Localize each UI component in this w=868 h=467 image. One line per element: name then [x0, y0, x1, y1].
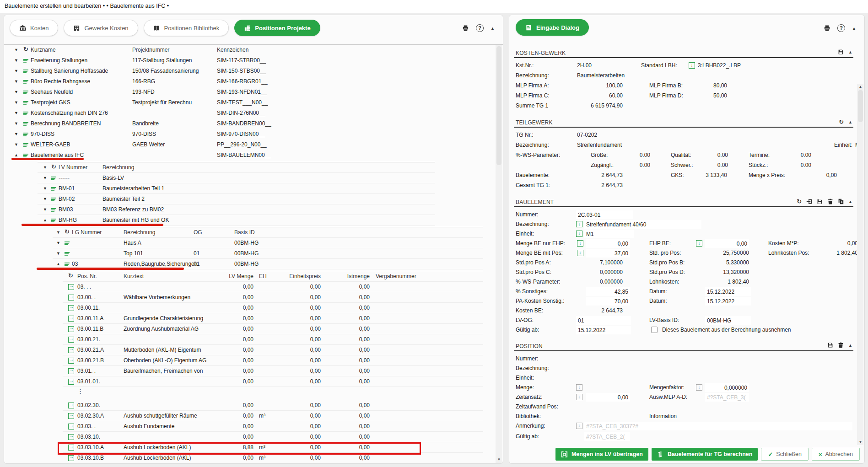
be-einheit-input[interactable] — [584, 230, 634, 238]
sonstiges-input[interactable] — [586, 287, 630, 296]
refresh-icon[interactable]: ↻ — [65, 228, 70, 235]
position-row[interactable]: 03.02.30.A Aushub schuttgefüllter Räume … — [63, 411, 483, 421]
datum1-input[interactable] — [705, 287, 751, 296]
be-nummer-input[interactable] — [576, 210, 633, 219]
scroll-up-icon[interactable]: ▲ — [857, 85, 864, 89]
ausw-mlp-input[interactable] — [705, 393, 749, 402]
collapse-section-icon[interactable]: ▲ — [848, 50, 852, 54]
lookup-icon[interactable]: ↓ — [576, 423, 582, 429]
position-row[interactable]: 03.03. . Aushub Fundamente 0,00 0,00 0,0… — [63, 421, 483, 432]
position-enter-icon[interactable] — [68, 413, 74, 419]
position-row[interactable]: 03.02.30. 0,00 0,00 0,00 — [63, 400, 483, 411]
lg-row[interactable]: ▼ Top 101 01 00BM-HG — [53, 248, 483, 259]
collapse-icon[interactable]: ▲ — [852, 26, 856, 31]
expand-triangle[interactable]: ▼ — [14, 132, 18, 136]
position-row[interactable]: 03.01.01. 0,00 0,00 0,00 — [63, 376, 483, 387]
lookup-icon[interactable]: ↓ — [696, 240, 702, 247]
save-icon[interactable] — [838, 49, 844, 55]
menge-be-ehp-input[interactable] — [586, 239, 630, 248]
lookup-icon[interactable]: ↓ — [577, 250, 583, 256]
project-row[interactable]: ▼ Seehaus Neufeld 193-NFD SIM-193-NFDN01… — [4, 87, 495, 97]
position-enter-icon[interactable] — [68, 284, 74, 290]
left-scrollbar[interactable]: ▼ — [496, 45, 502, 463]
expand-triangle[interactable]: ▼ — [43, 176, 47, 180]
lookup-icon[interactable]: ↓ — [576, 384, 582, 391]
project-row[interactable]: ▼ 970-DISS 970-DISS SIM-970-DISN00__ — [4, 129, 495, 140]
expand-triangle[interactable]: ▲ — [43, 218, 47, 222]
help-icon[interactable]: ? — [837, 24, 845, 32]
tab-gewerke-kosten[interactable]: Gewerke Kosten — [64, 20, 138, 36]
expand-triangle[interactable]: ▼ — [56, 241, 60, 245]
mengen-uebertragen-button[interactable]: Mengen ins LV übertragen — [555, 448, 648, 461]
lv-og-input[interactable] — [576, 316, 631, 325]
delete-icon[interactable] — [838, 342, 844, 348]
lookup-icon[interactable]: ↓ — [576, 221, 582, 227]
lv-row[interactable]: ▼ BM-01 Baumeisterarbeiten Teil 1 — [38, 183, 435, 194]
position-enter-icon[interactable] — [68, 305, 74, 311]
help-icon[interactable]: ? — [476, 24, 484, 32]
position-row[interactable]: 03.00.21.A Mutterboden (AKL-M) Eigentum … — [63, 345, 483, 355]
lg-row[interactable]: ▼ Haus A 00BM-HG — [53, 238, 483, 248]
expand-triangle[interactable]: ▼ — [43, 207, 47, 212]
position-enter-icon[interactable] — [68, 403, 74, 408]
project-row[interactable]: ▼ Kostenschätzung nach DIN 276 SIM-DIN-2… — [4, 108, 495, 118]
anmerkung-input[interactable] — [584, 422, 852, 430]
position-enter-icon[interactable] — [68, 358, 74, 364]
ehp-be-input[interactable] — [705, 239, 749, 248]
delete-icon[interactable] — [827, 199, 833, 204]
print-icon[interactable] — [824, 25, 830, 32]
position-row[interactable]: 03.00.21.B Oberboden (AKL-O) Eigentum AG… — [63, 355, 483, 366]
expand-triangle[interactable]: ▲ — [56, 262, 60, 266]
save-icon[interactable] — [817, 199, 823, 204]
be-bezeichnung-input[interactable] — [584, 220, 701, 229]
lv-row[interactable]: ▼ BM-02 Baumeister Teil 2 — [38, 194, 435, 204]
lv-row[interactable]: ▼ BM03 BM03 Referenz zu BM02 — [38, 204, 435, 215]
save-icon[interactable] — [827, 342, 833, 348]
lv-row[interactable]: ▼ ------ Basis-LV — [38, 173, 435, 183]
scroll-down-icon[interactable]: ▼ — [496, 457, 502, 462]
position-row[interactable]: 03.00.11.A Grundlegende Charakterisierun… — [63, 313, 483, 324]
position-enter-icon[interactable] — [68, 326, 74, 332]
project-row[interactable]: ▼ WELTER-GAEB GAEB Welter PP__296-20_N00… — [4, 140, 495, 150]
position-row[interactable]: 03. . . 0,00 0,00 0,00 — [63, 282, 483, 292]
position-row[interactable]: 03.00.11. 0,00 0,00 0,00 — [63, 303, 483, 313]
collapse-icon[interactable]: ▲ — [491, 26, 495, 31]
position-enter-icon[interactable] — [68, 368, 74, 374]
lv-basis-id-input[interactable] — [705, 316, 751, 325]
tab-positionen-projekte[interactable]: Positionen Projekte — [234, 20, 320, 36]
position-enter-icon[interactable] — [68, 337, 74, 343]
scrollbar-thumb[interactable] — [496, 46, 501, 165]
abbrechen-button[interactable]: × Abbrechen — [812, 448, 860, 461]
expand-triangle[interactable]: ▲ — [14, 153, 18, 157]
expand-triangle[interactable]: ▼ — [14, 121, 18, 126]
tab-positionen-bibliothek[interactable]: Positionen Bibliothek — [144, 20, 229, 36]
expand-triangle[interactable]: ▼ — [14, 58, 18, 63]
position-enter-icon[interactable] — [68, 434, 74, 440]
refresh-icon[interactable]: ↻ — [51, 163, 56, 170]
project-row[interactable]: ▼ Erweiterung Stallungen 117-Stallburg S… — [4, 55, 495, 66]
schliessen-button[interactable]: ✓ Schließen — [761, 448, 809, 461]
refresh-icon[interactable]: ↻ — [23, 46, 28, 53]
project-row[interactable]: ▼ Berechnung BANDBREITEN Bandbreite SIM-… — [4, 118, 495, 129]
scroll-down-icon[interactable]: ▼ — [857, 440, 864, 444]
position-enter-icon[interactable] — [68, 455, 74, 461]
right-scrollbar[interactable]: ▲ ▼ — [857, 84, 863, 445]
position-row[interactable]: 03.00.21. 0,00 0,00 0,00 — [63, 334, 483, 345]
position-row[interactable]: 03.00. . Wählbare Vorbemerkungen 0,00 0,… — [63, 292, 483, 303]
refresh-icon[interactable]: ↻ — [68, 272, 73, 279]
copy-add-icon[interactable] — [838, 199, 844, 204]
position-enter-icon[interactable] — [68, 295, 74, 301]
expand-all-icon[interactable]: ▼ — [14, 48, 18, 52]
expand-all-icon[interactable]: ▼ — [56, 230, 60, 235]
lookup-icon[interactable]: ↓ — [696, 384, 702, 391]
project-row[interactable]: ▼ Stallburg Sanierung Hoffassade 150/08 … — [4, 66, 495, 76]
pos-gueltig-ab-input[interactable] — [584, 432, 630, 441]
project-row[interactable]: ▼ Testprojekt GKS Testprojekt für Berech… — [4, 97, 495, 108]
position-enter-icon[interactable] — [68, 424, 74, 429]
expand-triangle[interactable]: ▼ — [14, 90, 18, 94]
refresh-icon[interactable]: ↻ — [797, 198, 802, 205]
eingabe-dialog-button[interactable]: Eingabe Dialog — [516, 19, 589, 36]
position-row[interactable]: 03.01. . Baureifmachen, Freimachen von 0… — [63, 366, 483, 376]
lookup-icon[interactable]: ↓ — [689, 62, 695, 69]
project-row[interactable]: ▼ Büro Rechte Bahngasse 166-RBG SIM-166-… — [4, 76, 495, 87]
